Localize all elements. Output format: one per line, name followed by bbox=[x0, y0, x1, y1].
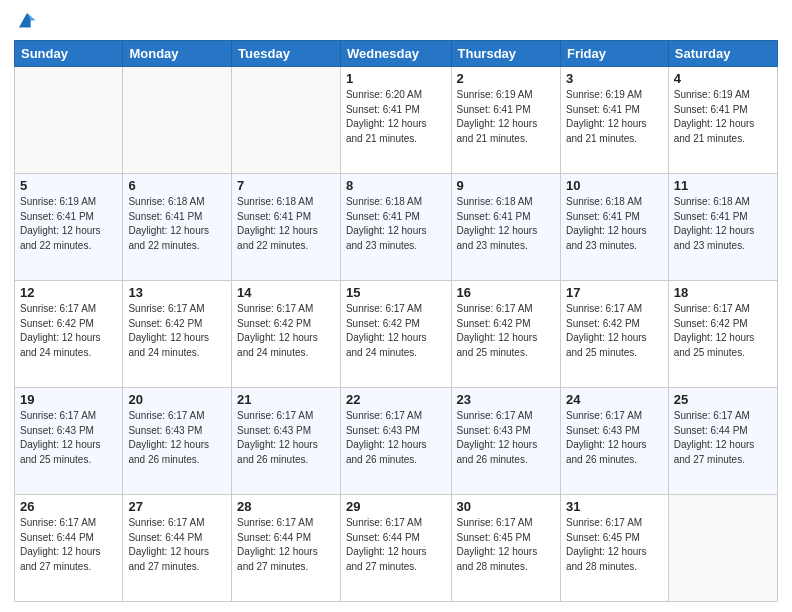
day-number: 26 bbox=[20, 499, 117, 514]
day-info: Sunrise: 6:17 AM Sunset: 6:43 PM Dayligh… bbox=[237, 409, 335, 467]
calendar-week-3: 12Sunrise: 6:17 AM Sunset: 6:42 PM Dayli… bbox=[15, 281, 778, 388]
day-number: 18 bbox=[674, 285, 772, 300]
calendar-cell: 1Sunrise: 6:20 AM Sunset: 6:41 PM Daylig… bbox=[340, 67, 451, 174]
day-number: 23 bbox=[457, 392, 555, 407]
calendar-cell: 31Sunrise: 6:17 AM Sunset: 6:45 PM Dayli… bbox=[560, 495, 668, 602]
weekday-header-wednesday: Wednesday bbox=[340, 41, 451, 67]
day-info: Sunrise: 6:18 AM Sunset: 6:41 PM Dayligh… bbox=[457, 195, 555, 253]
weekday-header-monday: Monday bbox=[123, 41, 232, 67]
calendar-cell bbox=[15, 67, 123, 174]
calendar-cell: 6Sunrise: 6:18 AM Sunset: 6:41 PM Daylig… bbox=[123, 174, 232, 281]
calendar-cell: 9Sunrise: 6:18 AM Sunset: 6:41 PM Daylig… bbox=[451, 174, 560, 281]
day-number: 4 bbox=[674, 71, 772, 86]
day-info: Sunrise: 6:19 AM Sunset: 6:41 PM Dayligh… bbox=[457, 88, 555, 146]
day-info: Sunrise: 6:17 AM Sunset: 6:43 PM Dayligh… bbox=[20, 409, 117, 467]
calendar-week-4: 19Sunrise: 6:17 AM Sunset: 6:43 PM Dayli… bbox=[15, 388, 778, 495]
calendar-cell: 3Sunrise: 6:19 AM Sunset: 6:41 PM Daylig… bbox=[560, 67, 668, 174]
calendar-cell: 5Sunrise: 6:19 AM Sunset: 6:41 PM Daylig… bbox=[15, 174, 123, 281]
calendar-header-row: SundayMondayTuesdayWednesdayThursdayFrid… bbox=[15, 41, 778, 67]
calendar-cell bbox=[232, 67, 341, 174]
calendar-cell: 13Sunrise: 6:17 AM Sunset: 6:42 PM Dayli… bbox=[123, 281, 232, 388]
day-number: 31 bbox=[566, 499, 663, 514]
calendar-cell: 12Sunrise: 6:17 AM Sunset: 6:42 PM Dayli… bbox=[15, 281, 123, 388]
day-number: 16 bbox=[457, 285, 555, 300]
day-number: 21 bbox=[237, 392, 335, 407]
calendar-cell: 10Sunrise: 6:18 AM Sunset: 6:41 PM Dayli… bbox=[560, 174, 668, 281]
day-number: 30 bbox=[457, 499, 555, 514]
logo bbox=[14, 10, 42, 32]
calendar-table: SundayMondayTuesdayWednesdayThursdayFrid… bbox=[14, 40, 778, 602]
day-info: Sunrise: 6:17 AM Sunset: 6:44 PM Dayligh… bbox=[20, 516, 117, 574]
day-number: 5 bbox=[20, 178, 117, 193]
day-number: 25 bbox=[674, 392, 772, 407]
calendar-cell: 24Sunrise: 6:17 AM Sunset: 6:43 PM Dayli… bbox=[560, 388, 668, 495]
calendar-cell: 26Sunrise: 6:17 AM Sunset: 6:44 PM Dayli… bbox=[15, 495, 123, 602]
day-info: Sunrise: 6:17 AM Sunset: 6:45 PM Dayligh… bbox=[566, 516, 663, 574]
calendar-cell: 27Sunrise: 6:17 AM Sunset: 6:44 PM Dayli… bbox=[123, 495, 232, 602]
day-info: Sunrise: 6:17 AM Sunset: 6:42 PM Dayligh… bbox=[346, 302, 446, 360]
day-info: Sunrise: 6:17 AM Sunset: 6:43 PM Dayligh… bbox=[346, 409, 446, 467]
day-number: 10 bbox=[566, 178, 663, 193]
day-number: 2 bbox=[457, 71, 555, 86]
calendar-cell: 19Sunrise: 6:17 AM Sunset: 6:43 PM Dayli… bbox=[15, 388, 123, 495]
weekday-header-saturday: Saturday bbox=[668, 41, 777, 67]
day-info: Sunrise: 6:18 AM Sunset: 6:41 PM Dayligh… bbox=[237, 195, 335, 253]
day-info: Sunrise: 6:18 AM Sunset: 6:41 PM Dayligh… bbox=[346, 195, 446, 253]
day-number: 27 bbox=[128, 499, 226, 514]
day-number: 9 bbox=[457, 178, 555, 193]
calendar-cell: 17Sunrise: 6:17 AM Sunset: 6:42 PM Dayli… bbox=[560, 281, 668, 388]
weekday-header-friday: Friday bbox=[560, 41, 668, 67]
day-number: 17 bbox=[566, 285, 663, 300]
logo-icon bbox=[16, 10, 38, 32]
day-number: 20 bbox=[128, 392, 226, 407]
weekday-header-thursday: Thursday bbox=[451, 41, 560, 67]
calendar-cell bbox=[123, 67, 232, 174]
calendar-cell: 28Sunrise: 6:17 AM Sunset: 6:44 PM Dayli… bbox=[232, 495, 341, 602]
calendar-cell: 11Sunrise: 6:18 AM Sunset: 6:41 PM Dayli… bbox=[668, 174, 777, 281]
day-number: 15 bbox=[346, 285, 446, 300]
day-number: 19 bbox=[20, 392, 117, 407]
calendar-week-2: 5Sunrise: 6:19 AM Sunset: 6:41 PM Daylig… bbox=[15, 174, 778, 281]
calendar-cell: 16Sunrise: 6:17 AM Sunset: 6:42 PM Dayli… bbox=[451, 281, 560, 388]
calendar-cell: 2Sunrise: 6:19 AM Sunset: 6:41 PM Daylig… bbox=[451, 67, 560, 174]
calendar-cell: 4Sunrise: 6:19 AM Sunset: 6:41 PM Daylig… bbox=[668, 67, 777, 174]
day-info: Sunrise: 6:17 AM Sunset: 6:44 PM Dayligh… bbox=[128, 516, 226, 574]
calendar-cell: 7Sunrise: 6:18 AM Sunset: 6:41 PM Daylig… bbox=[232, 174, 341, 281]
day-info: Sunrise: 6:17 AM Sunset: 6:42 PM Dayligh… bbox=[566, 302, 663, 360]
day-number: 12 bbox=[20, 285, 117, 300]
day-info: Sunrise: 6:19 AM Sunset: 6:41 PM Dayligh… bbox=[566, 88, 663, 146]
day-number: 8 bbox=[346, 178, 446, 193]
day-number: 28 bbox=[237, 499, 335, 514]
calendar-week-1: 1Sunrise: 6:20 AM Sunset: 6:41 PM Daylig… bbox=[15, 67, 778, 174]
day-number: 22 bbox=[346, 392, 446, 407]
day-info: Sunrise: 6:19 AM Sunset: 6:41 PM Dayligh… bbox=[20, 195, 117, 253]
day-info: Sunrise: 6:17 AM Sunset: 6:43 PM Dayligh… bbox=[128, 409, 226, 467]
calendar-cell: 20Sunrise: 6:17 AM Sunset: 6:43 PM Dayli… bbox=[123, 388, 232, 495]
calendar-cell: 14Sunrise: 6:17 AM Sunset: 6:42 PM Dayli… bbox=[232, 281, 341, 388]
day-info: Sunrise: 6:19 AM Sunset: 6:41 PM Dayligh… bbox=[674, 88, 772, 146]
calendar-week-5: 26Sunrise: 6:17 AM Sunset: 6:44 PM Dayli… bbox=[15, 495, 778, 602]
day-info: Sunrise: 6:17 AM Sunset: 6:43 PM Dayligh… bbox=[457, 409, 555, 467]
day-info: Sunrise: 6:17 AM Sunset: 6:42 PM Dayligh… bbox=[674, 302, 772, 360]
day-info: Sunrise: 6:17 AM Sunset: 6:42 PM Dayligh… bbox=[128, 302, 226, 360]
day-info: Sunrise: 6:18 AM Sunset: 6:41 PM Dayligh… bbox=[128, 195, 226, 253]
calendar-cell: 8Sunrise: 6:18 AM Sunset: 6:41 PM Daylig… bbox=[340, 174, 451, 281]
day-number: 24 bbox=[566, 392, 663, 407]
day-info: Sunrise: 6:17 AM Sunset: 6:44 PM Dayligh… bbox=[346, 516, 446, 574]
day-info: Sunrise: 6:17 AM Sunset: 6:45 PM Dayligh… bbox=[457, 516, 555, 574]
calendar-cell bbox=[668, 495, 777, 602]
calendar-cell: 22Sunrise: 6:17 AM Sunset: 6:43 PM Dayli… bbox=[340, 388, 451, 495]
day-number: 13 bbox=[128, 285, 226, 300]
day-number: 11 bbox=[674, 178, 772, 193]
day-info: Sunrise: 6:17 AM Sunset: 6:43 PM Dayligh… bbox=[566, 409, 663, 467]
day-info: Sunrise: 6:17 AM Sunset: 6:42 PM Dayligh… bbox=[20, 302, 117, 360]
calendar-cell: 29Sunrise: 6:17 AM Sunset: 6:44 PM Dayli… bbox=[340, 495, 451, 602]
day-number: 1 bbox=[346, 71, 446, 86]
day-info: Sunrise: 6:17 AM Sunset: 6:42 PM Dayligh… bbox=[237, 302, 335, 360]
day-number: 7 bbox=[237, 178, 335, 193]
calendar-cell: 18Sunrise: 6:17 AM Sunset: 6:42 PM Dayli… bbox=[668, 281, 777, 388]
header bbox=[14, 10, 778, 32]
day-number: 6 bbox=[128, 178, 226, 193]
day-info: Sunrise: 6:18 AM Sunset: 6:41 PM Dayligh… bbox=[566, 195, 663, 253]
day-info: Sunrise: 6:17 AM Sunset: 6:42 PM Dayligh… bbox=[457, 302, 555, 360]
